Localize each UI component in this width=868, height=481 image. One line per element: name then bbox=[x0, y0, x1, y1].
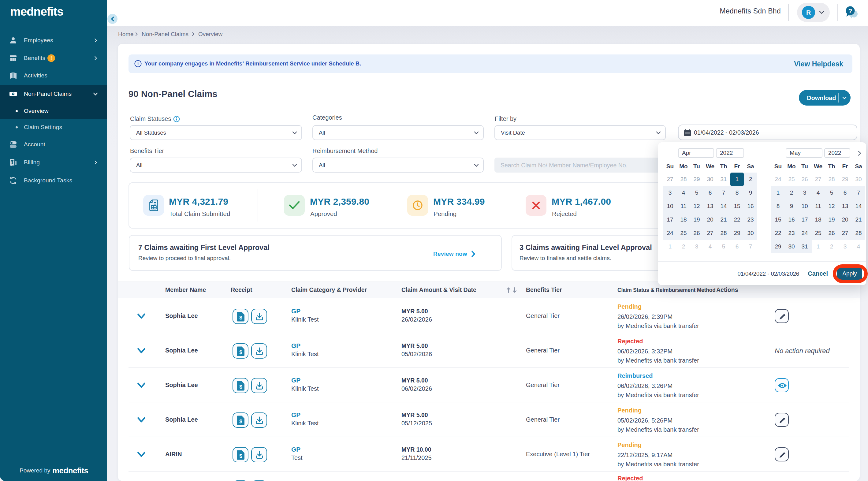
svg-text:$: $ bbox=[239, 384, 242, 390]
svg-text:$: $ bbox=[239, 350, 242, 355]
svg-text:?: ? bbox=[848, 7, 852, 14]
svg-text:$: $ bbox=[239, 315, 242, 321]
svg-text:$: $ bbox=[11, 161, 13, 164]
svg-text:$: $ bbox=[239, 453, 242, 459]
svg-text:$: $ bbox=[239, 419, 242, 424]
